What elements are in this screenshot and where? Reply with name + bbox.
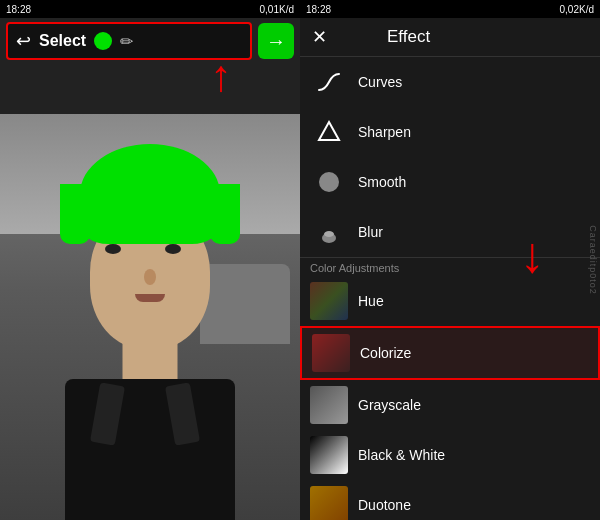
green-dot — [94, 32, 112, 50]
sharpen-label: Sharpen — [358, 124, 411, 140]
effect-item-sharpen[interactable]: Sharpen — [300, 107, 600, 157]
effect-header: ✕ Effect — [300, 18, 600, 57]
black-white-label: Black & White — [358, 447, 445, 463]
nose — [144, 269, 156, 285]
left-status-speed: 0,01K/d — [260, 4, 294, 15]
svg-point-3 — [324, 231, 334, 237]
smooth-label: Smooth — [358, 174, 406, 190]
close-button[interactable]: ✕ — [312, 26, 327, 48]
mouth — [135, 294, 165, 302]
left-status-time: 18:28 — [6, 4, 31, 15]
left-panel: 18:28 0,01K/d ↩ Select ✏ → ↑ — [0, 0, 300, 520]
eye-right — [165, 244, 181, 254]
duotone-thumbnail — [310, 486, 348, 520]
select-label[interactable]: Select — [39, 32, 86, 50]
blur-icon — [310, 213, 348, 251]
right-status-speed: 0,02K/d — [560, 4, 594, 15]
colorize-label: Colorize — [360, 345, 411, 361]
hair — [80, 144, 220, 244]
neck — [123, 339, 178, 384]
watermark: Caraeditp0to2 — [588, 225, 598, 295]
effect-item-smooth[interactable]: Smooth — [300, 157, 600, 207]
effect-item-hue[interactable]: Hue — [300, 276, 600, 326]
eye-left — [105, 244, 121, 254]
blur-label: Blur — [358, 224, 383, 240]
svg-marker-0 — [319, 122, 339, 140]
photo-area — [0, 114, 300, 520]
effect-item-curves[interactable]: Curves — [300, 57, 600, 107]
hue-thumbnail — [310, 282, 348, 320]
red-arrow-up-annotation: ↑ — [210, 54, 232, 98]
colorize-thumbnail — [312, 334, 350, 372]
status-bar-left: 18:28 0,01K/d — [0, 0, 300, 18]
black-white-thumbnail — [310, 436, 348, 474]
effect-item-duotone[interactable]: Duotone — [300, 480, 600, 520]
back-icon[interactable]: ↩ — [16, 30, 31, 52]
sharpen-icon — [310, 113, 348, 151]
grayscale-label: Grayscale — [358, 397, 421, 413]
right-panel: 18:28 0,02K/d ✕ Effect Curves Sharpen — [300, 0, 600, 520]
photo-background — [0, 114, 300, 520]
body-jacket — [65, 379, 235, 520]
right-status-time: 18:28 — [306, 4, 331, 15]
color-adjustments-label: Color Adjustments — [300, 258, 600, 276]
car-background — [200, 264, 290, 344]
effect-item-colorize[interactable]: Colorize — [300, 326, 600, 380]
effect-item-blur[interactable]: Blur — [300, 207, 600, 257]
effect-list: Curves Sharpen Smooth — [300, 57, 600, 520]
smooth-icon — [310, 163, 348, 201]
svg-point-1 — [319, 172, 339, 192]
effect-title: Effect — [387, 27, 430, 47]
curves-label: Curves — [358, 74, 402, 90]
hue-label: Hue — [358, 293, 384, 309]
grayscale-thumbnail — [310, 386, 348, 424]
eraser-icon[interactable]: ✏ — [120, 32, 133, 51]
curves-icon — [310, 63, 348, 101]
effect-item-black-white[interactable]: Black & White — [300, 430, 600, 480]
arrow-right-button[interactable]: → — [258, 23, 294, 59]
status-bar-right: 18:28 0,02K/d — [300, 0, 600, 18]
duotone-label: Duotone — [358, 497, 411, 513]
effect-item-grayscale[interactable]: Grayscale — [300, 380, 600, 430]
